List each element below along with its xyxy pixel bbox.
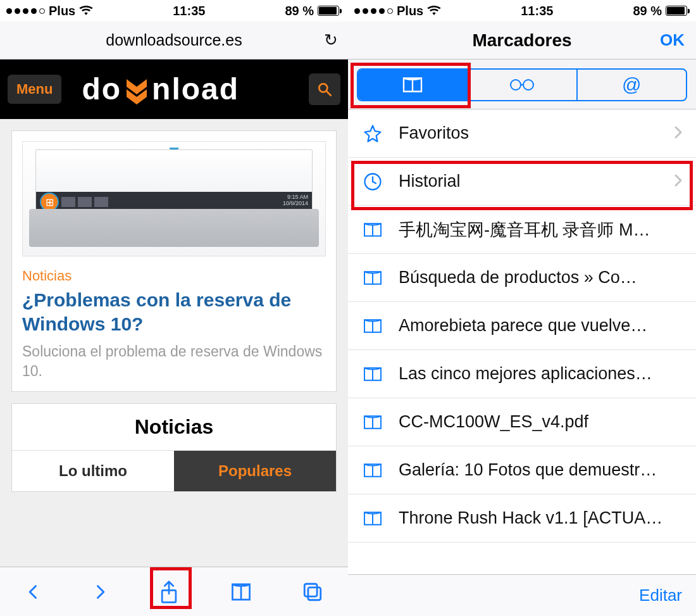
bookmark-row[interactable]: Búsqueda de productos » Co… — [348, 254, 696, 302]
search-icon — [316, 81, 333, 97]
clock-icon — [362, 172, 383, 191]
tabs-icon[interactable] — [302, 581, 323, 603]
bookmark-label: Amorebieta parece que vuelve… — [399, 316, 683, 336]
bookmark-label: Favoritos — [399, 123, 658, 143]
edit-button[interactable]: Editar — [639, 586, 682, 605]
bookmark-label: Galería: 10 Fotos que demuestr… — [399, 460, 683, 480]
article-card[interactable]: ▼ ⊞ 9:15 AM10/9/2014 Noticias ¿Problemas… — [11, 130, 337, 392]
bookmark-row-history[interactable]: Historial — [348, 158, 696, 206]
bookmark-row[interactable]: Galería: 10 Fotos que demuestr… — [348, 446, 696, 494]
signal-dots-icon — [354, 8, 393, 14]
signal-dots-icon — [6, 8, 45, 14]
bookmark-label: Throne Rush Hack v1.1 [ACTUA… — [399, 508, 683, 528]
svg-line-1 — [326, 91, 331, 96]
logo-arrow-icon — [121, 74, 152, 104]
web-page[interactable]: Menu do nload ▼ ⊞ 9:1 — [0, 60, 348, 567]
segment-bookmarks[interactable] — [358, 70, 466, 100]
bookmark-icon — [362, 366, 383, 382]
left-screenshot: Plus 11:35 89 % downloadsource.es ↻ Menu… — [0, 0, 348, 616]
nav-bar: Marcadores OK — [348, 22, 696, 60]
bookmark-row[interactable]: 手机淘宝网-魔音耳机 录音师 M… — [348, 206, 696, 254]
bookmark-icon — [362, 414, 383, 431]
book-icon — [401, 76, 424, 94]
bookmark-row[interactable]: Las cinco mejores aplicaciones… — [348, 350, 696, 398]
news-header: Noticias — [12, 404, 336, 451]
carrier-label: Plus — [397, 4, 423, 18]
carrier-label: Plus — [49, 4, 75, 18]
bookmark-row-favorites[interactable]: Favoritos — [348, 110, 696, 158]
star-icon — [362, 124, 383, 143]
svg-rect-3 — [304, 584, 317, 596]
tab-latest[interactable]: Lo ultimo — [12, 451, 174, 491]
bookmark-label: CC-MC100W_ES_v4.pdf — [399, 412, 683, 432]
forward-icon[interactable] — [91, 581, 109, 603]
clock: 11:35 — [173, 4, 205, 18]
bookmark-row[interactable]: CC-MC100W_ES_v4.pdf — [348, 398, 696, 446]
bookmarks-list[interactable]: FavoritosHistorial手机淘宝网-魔音耳机 录音师 M…Búsqu… — [348, 110, 696, 574]
status-bar: Plus 11:35 89 % — [0, 0, 348, 22]
segmented-control: @ — [357, 68, 687, 101]
svg-point-5 — [511, 80, 521, 90]
chevron-right-icon — [673, 125, 683, 142]
tab-popular[interactable]: Populares — [174, 451, 336, 491]
url-domain: downloadsource.es — [106, 31, 242, 49]
at-icon: @ — [622, 74, 641, 96]
chevron-right-icon — [673, 173, 683, 191]
site-header: Menu do nload — [0, 60, 348, 119]
ok-button[interactable]: OK — [660, 30, 685, 50]
bookmark-icon — [362, 462, 383, 479]
svg-rect-4 — [308, 587, 321, 600]
site-logo: do nload — [82, 74, 239, 104]
bookmark-label: Las cinco mejores aplicaciones… — [399, 364, 683, 384]
url-bar[interactable]: downloadsource.es ↻ — [0, 22, 348, 60]
bookmark-label: Búsqueda de productos » Co… — [399, 268, 683, 287]
bookmark-row[interactable]: Throne Rush Hack v1.1 [ACTUA… — [348, 494, 696, 543]
share-icon[interactable] — [158, 580, 180, 604]
bookmark-icon — [362, 222, 383, 238]
bookmark-label: Historial — [399, 172, 658, 191]
page-title: Marcadores — [472, 30, 571, 51]
battery-percent: 89 % — [633, 4, 662, 18]
glasses-icon — [509, 78, 535, 92]
safari-toolbar — [0, 567, 348, 616]
wifi-icon — [79, 6, 93, 16]
article-title: ¿Problemas con la reserva de Windows 10? — [12, 288, 336, 342]
segment-reading-list[interactable] — [466, 70, 576, 100]
clock: 11:35 — [521, 4, 553, 18]
site-search-button[interactable] — [309, 73, 340, 105]
bottom-toolbar: Editar — [348, 574, 696, 616]
bookmark-row[interactable]: Amorebieta parece que vuelve… — [348, 302, 696, 350]
svg-point-6 — [523, 80, 533, 90]
bookmark-icon — [362, 270, 383, 286]
wifi-icon — [427, 6, 441, 16]
back-icon[interactable] — [25, 581, 42, 603]
bookmark-icon — [362, 318, 383, 334]
article-thumbnail: ▼ ⊞ 9:15 AM10/9/2014 — [22, 141, 326, 256]
site-menu-button[interactable]: Menu — [8, 75, 61, 104]
bookmarks-toolbar-icon[interactable] — [229, 581, 253, 603]
battery-percent: 89 % — [285, 4, 314, 18]
bookmark-icon — [362, 510, 383, 527]
status-bar: Plus 11:35 89 % — [348, 0, 696, 22]
battery-icon — [666, 6, 690, 16]
right-screenshot: Plus 11:35 89 % Marcadores OK — [348, 0, 696, 616]
bookmark-label: 手机淘宝网-魔音耳机 录音师 M… — [399, 218, 683, 241]
news-block: Noticias Lo ultimo Populares — [11, 403, 337, 492]
reload-icon[interactable]: ↻ — [324, 30, 338, 50]
article-category: Noticias — [12, 263, 336, 288]
segment-shared-links[interactable]: @ — [576, 70, 686, 100]
battery-icon — [318, 6, 342, 16]
article-description: Soluciona el problema de reserva de Wind… — [12, 342, 336, 391]
